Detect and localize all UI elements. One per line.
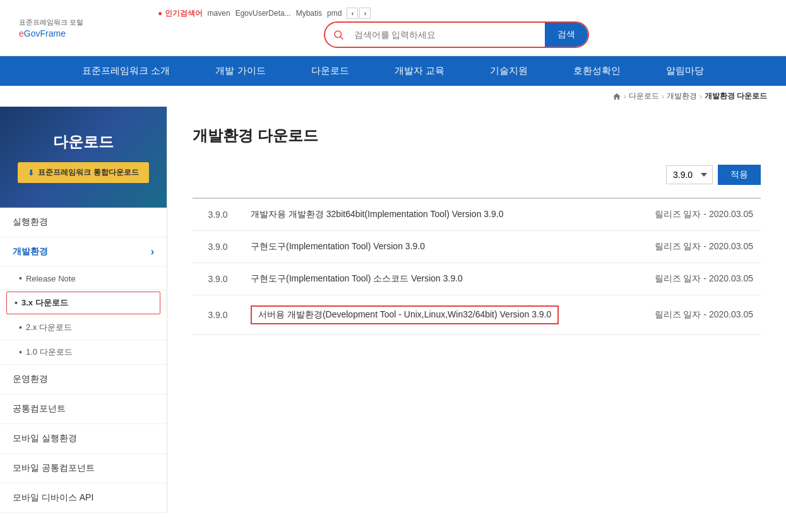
sidebar-sub-3x-download[interactable]: • 3.x 다운로드 (6, 292, 160, 314)
table-row[interactable]: 3.9.0 구현도구(Implementation Tool) 소스코드 Ver… (193, 263, 761, 295)
search-input[interactable] (352, 25, 545, 45)
row2-version: 3.9.0 (193, 231, 243, 263)
breadcrumb-current: 개발환경 다운로드 (705, 91, 767, 102)
breadcrumb: › 다운로드 › 개발환경 › 개발환경 다운로드 (0, 86, 786, 107)
sidebar-item-mobile-runtime[interactable]: 모바일 실행환경 (0, 424, 167, 454)
breadcrumb-sep-3: › (700, 92, 702, 101)
popular-tag-pmd[interactable]: pmd (327, 9, 342, 18)
main-layout: 다운로드 ⬇ 표준프레임워크 통합다운로드 실행환경 개발환경 › • Rele… (0, 107, 786, 513)
sub-dot-2: • (15, 298, 18, 308)
row3-version: 3.9.0 (193, 263, 243, 295)
nav-item-compat[interactable]: 호환성확인 (551, 56, 643, 86)
row2-date: 릴리즈 일자 - 2020.03.05 (626, 231, 761, 263)
version-select[interactable]: 3.9.0 3.8.0 3.7.0 3.6.0 (666, 165, 713, 184)
search-icon-wrap (325, 24, 352, 45)
arrow-icon: › (151, 246, 154, 257)
logo-frame: Frame (40, 28, 65, 38)
sub-dot-4: • (19, 347, 22, 357)
breadcrumb-sep-1: › (624, 92, 626, 101)
nav-item-notice[interactable]: 알림마당 (643, 56, 727, 86)
download-table: 3.9.0 개발자용 개발환경 32bit64bit(Implementatio… (193, 198, 761, 335)
svg-line-1 (340, 37, 343, 39)
popular-tag-maven[interactable]: maven (208, 9, 230, 18)
table-row[interactable]: 3.9.0 개발자용 개발환경 32bit64bit(Implementatio… (193, 198, 761, 231)
popular-next-button[interactable]: › (359, 8, 371, 19)
breadcrumb-sep-2: › (662, 92, 664, 101)
svg-point-0 (335, 31, 342, 38)
row2-name: 구현도구(Implementation Tool) Version 3.9.0 (243, 231, 626, 263)
logo-gov: Gov (24, 28, 40, 38)
sidebar-download-label: 표준프레임워크 통합다운로드 (38, 167, 138, 178)
page-title: 개발환경 다운로드 (193, 126, 761, 146)
row1-version: 3.9.0 (193, 198, 243, 231)
logo[interactable]: eGovFrame (19, 28, 120, 38)
nav-item-support[interactable]: 기술지원 (467, 56, 551, 86)
sidebar-item-runtime[interactable]: 실행환경 (0, 208, 167, 237)
search-icon (333, 29, 344, 40)
nav-item-download[interactable]: 다운로드 (289, 56, 372, 86)
download-icon: ⬇ (28, 168, 34, 177)
sidebar-item-mobile-device[interactable]: 모바일 디바이스 API (0, 483, 167, 513)
row3-date: 릴리즈 일자 - 2020.03.05 (626, 263, 761, 295)
sidebar-menu: 실행환경 개발환경 › • Release Note • 3.x 다운로드 • … (0, 208, 167, 513)
table-row[interactable]: 3.9.0 구현도구(Implementation Tool) Version … (193, 231, 761, 263)
popular-tag-egovuserdata[interactable]: EgovUserDeta... (235, 9, 291, 18)
sidebar-item-common[interactable]: 공통컴포넌트 (0, 394, 167, 424)
search-area: ● 인기검색어 maven EgovUserDeta... Mybatis pm… (145, 8, 767, 48)
sidebar-sub-2x-download[interactable]: • 2.x 다운로드 (0, 316, 167, 340)
breadcrumb-devenv[interactable]: 개발환경 (667, 91, 697, 102)
search-bar: 검색 (324, 21, 589, 48)
sidebar-item-mobile-common[interactable]: 모바일 공통컴포넌트 (0, 454, 167, 483)
row4-version: 3.9.0 (193, 295, 243, 335)
row4-date: 릴리즈 일자 - 2020.03.05 (626, 295, 761, 335)
nav-item-intro[interactable]: 표준프레임워크 소개 (59, 56, 193, 86)
nav-bar: 표준프레임워크 소개 개발 가이드 다운로드 개발자 교육 기술지원 호환성확인… (0, 56, 786, 86)
sidebar-sub-1x-download[interactable]: • 1.0 다운로드 (0, 340, 167, 365)
home-icon[interactable] (612, 92, 621, 101)
sub-dot-3: • (19, 322, 22, 333)
nav-item-education[interactable]: 개발자 교육 (372, 56, 467, 86)
sidebar-banner: 다운로드 ⬇ 표준프레임워크 통합다운로드 (0, 107, 167, 208)
apply-button[interactable]: 적용 (718, 165, 761, 185)
row1-name: 개발자용 개발환경 32bit64bit(Implementation Tool… (243, 198, 626, 231)
sidebar-banner-title: 다운로드 (53, 132, 114, 152)
header: 표준프레임워크 포털 eGovFrame ● 인기검색어 maven EgovU… (0, 0, 786, 56)
version-bar: 3.9.0 3.8.0 3.7.0 3.6.0 적용 (193, 165, 761, 185)
content: 개발환경 다운로드 3.9.0 3.8.0 3.7.0 3.6.0 적용 3.9… (167, 107, 786, 513)
popular-label: ● 인기검색어 (158, 8, 203, 19)
search-button[interactable]: 검색 (545, 23, 588, 47)
popular-searches: ● 인기검색어 maven EgovUserDeta... Mybatis pm… (158, 8, 371, 19)
sidebar-download-button[interactable]: ⬇ 표준프레임워크 통합다운로드 (18, 162, 148, 183)
row3-name: 구현도구(Implementation Tool) 소스코드 Version 3… (243, 263, 626, 295)
nav-item-guide[interactable]: 개발 가이드 (193, 56, 288, 86)
popular-tag-mybatis[interactable]: Mybatis (296, 9, 322, 18)
sidebar-item-ops[interactable]: 운영환경 (0, 365, 167, 394)
sub-dot: • (19, 273, 22, 283)
sidebar: 다운로드 ⬇ 표준프레임워크 통합다운로드 실행환경 개발환경 › • Rele… (0, 107, 167, 513)
popular-prev-button[interactable]: ‹ (347, 8, 358, 19)
breadcrumb-download[interactable]: 다운로드 (629, 91, 659, 102)
highlighted-name: 서버용 개발환경(Development Tool - Unix,Linux,W… (251, 305, 559, 324)
row4-name: 서버용 개발환경(Development Tool - Unix,Linux,W… (243, 295, 626, 335)
sidebar-item-devenv[interactable]: 개발환경 › (0, 237, 167, 267)
popular-nav: ‹ › (347, 8, 371, 19)
row1-date: 릴리즈 일자 - 2020.03.05 (626, 198, 761, 231)
logo-subtitle: 표준프레임워크 포털 (19, 18, 120, 27)
logo-e: e (19, 28, 24, 38)
sidebar-sub-release-note[interactable]: • Release Note (0, 267, 167, 290)
table-row[interactable]: 3.9.0 서버용 개발환경(Development Tool - Unix,L… (193, 295, 761, 335)
logo-area: 표준프레임워크 포털 eGovFrame (19, 18, 120, 38)
